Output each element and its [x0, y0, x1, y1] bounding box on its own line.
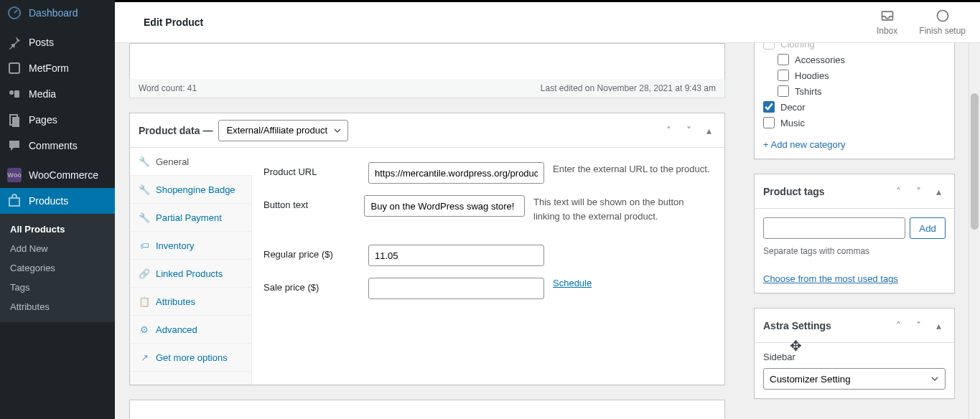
schedule-link[interactable]: Schedule	[553, 278, 592, 288]
toggle-panel-icon[interactable]: ▴	[701, 123, 716, 138]
tab-inventory[interactable]: 🏷Inventory	[130, 232, 251, 260]
svg-rect-6	[9, 198, 19, 206]
tab-linked-products[interactable]: 🔗Linked Products	[130, 260, 251, 288]
tab-shopengine-badge[interactable]: 🔧Shopengine Badge	[130, 176, 251, 204]
sidebar-label: Media	[29, 88, 56, 100]
category-checkbox[interactable]	[778, 54, 789, 65]
product-type-select[interactable]: External/Affiliate product	[218, 120, 348, 141]
svg-point-8	[937, 11, 948, 22]
category-checkbox[interactable]	[778, 85, 789, 97]
product-tags-box: Product tags ˄ ˅ ▴ Add Separate tags wit…	[754, 174, 955, 293]
toggle-panel-icon[interactable]: ▴	[931, 184, 946, 199]
sidebar-item-metform[interactable]: MetForm	[0, 55, 115, 81]
tab-advanced[interactable]: ⚙Advanced	[130, 316, 251, 344]
category-item[interactable]: Clothing	[763, 43, 946, 52]
move-down-icon[interactable]: ˅	[681, 123, 696, 138]
sale-price-input[interactable]	[368, 278, 544, 299]
editor-footer: Word count: 41 Last edited on November 2…	[129, 79, 725, 98]
move-up-icon[interactable]: ˄	[891, 319, 905, 333]
tag-input[interactable]	[763, 217, 905, 239]
sidebar-item-pages[interactable]: Pages	[0, 107, 115, 133]
pin-icon	[7, 35, 22, 50]
category-checkbox[interactable]	[763, 117, 775, 128]
external-icon: ↗	[139, 352, 150, 363]
move-down-icon[interactable]: ˅	[911, 319, 925, 333]
product-data-panel: Product URL Enter the external URL to th…	[252, 148, 724, 385]
word-count: Word count: 41	[139, 83, 197, 93]
inbox-button[interactable]: Inbox	[877, 9, 897, 36]
submenu-categories[interactable]: Categories	[0, 258, 115, 278]
sidebar-item-woocommerce[interactable]: Woo WooCommerce	[0, 162, 115, 188]
category-label: Clothing	[780, 43, 815, 50]
tab-general[interactable]: 🔧General	[130, 148, 252, 176]
category-item[interactable]: Music	[763, 115, 946, 131]
category-item[interactable]: Decor	[763, 99, 946, 115]
toggle-panel-icon[interactable]: ▴	[931, 319, 946, 333]
submenu-add-new[interactable]: Add New	[0, 239, 115, 258]
admin-sidebar: Dashboard Posts MetForm Media Pages Comm…	[0, 0, 115, 419]
add-category-link[interactable]: + Add new category	[755, 136, 954, 159]
button-text-input[interactable]	[364, 195, 525, 217]
category-item[interactable]: Tshirts	[763, 83, 946, 99]
tab-partial-payment[interactable]: 🔧Partial Payment	[130, 204, 251, 232]
svg-rect-3	[14, 90, 19, 98]
sidebar-item-comments[interactable]: Comments	[0, 133, 115, 159]
submenu-all-products[interactable]: All Products	[0, 220, 115, 239]
wrench-icon: 🔧	[139, 212, 150, 223]
move-down-icon[interactable]: ˅	[911, 184, 925, 199]
main-content: Word count: 41 Last edited on November 2…	[115, 43, 739, 419]
category-label: Decor	[780, 102, 806, 113]
choose-tags-link[interactable]: Choose from the most used tags	[763, 273, 946, 284]
product-data-header: Product data — External/Affiliate produc…	[130, 113, 724, 148]
editor-body-visible	[129, 43, 725, 79]
tab-attributes[interactable]: 📋Attributes	[130, 288, 251, 316]
woocommerce-icon: Woo	[7, 168, 22, 182]
sidebar-label: WooCommerce	[29, 169, 98, 181]
submenu-attributes[interactable]: Attributes	[0, 297, 115, 316]
dashboard-icon	[7, 6, 22, 20]
submenu-tags[interactable]: Tags	[0, 278, 115, 297]
tags-heading: Product tags	[763, 186, 825, 197]
sidebar-item-dashboard[interactable]: Dashboard	[0, 0, 115, 26]
finish-setup-button[interactable]: Finish setup	[919, 9, 966, 36]
category-item[interactable]: Accessories	[763, 52, 946, 67]
regular-price-input[interactable]	[368, 245, 544, 266]
astra-sidebar-label: Sidebar	[763, 352, 946, 362]
sidebar-label: MetForm	[29, 62, 69, 74]
product-url-desc: Enter the external URL to the product.	[553, 162, 709, 176]
media-icon	[7, 87, 22, 101]
astra-sidebar-select[interactable]: Customizer Setting	[763, 368, 946, 390]
sidebar-item-products[interactable]: Products	[0, 188, 115, 214]
category-checkbox[interactable]	[778, 70, 789, 81]
sidebar-item-media[interactable]: Media	[0, 81, 115, 107]
move-up-icon[interactable]: ˄	[661, 123, 676, 138]
button-text-label: Button text	[263, 195, 353, 210]
product-data-box: Product data — External/Affiliate produc…	[129, 113, 725, 385]
product-url-label: Product URL	[263, 162, 357, 177]
category-checkbox[interactable]	[763, 43, 775, 50]
sidebar-label: Products	[29, 195, 68, 207]
product-data-tabs: 🔧General 🔧Shopengine Badge 🔧Partial Paym…	[130, 148, 252, 385]
wrench-icon: 🔧	[139, 156, 150, 167]
metform-icon	[7, 61, 22, 75]
category-item[interactable]: Hoodies	[763, 67, 946, 83]
sidebar-label: Dashboard	[29, 7, 78, 19]
tab-get-more[interactable]: ↗Get more options	[130, 344, 251, 372]
wrench-icon: 🔧	[139, 184, 150, 195]
category-box: ClothingAccessoriesHoodiesTshirtsDecorMu…	[754, 43, 955, 159]
move-up-icon[interactable]: ˄	[891, 184, 905, 199]
product-url-input[interactable]	[368, 162, 544, 184]
link-icon: 🔗	[139, 268, 150, 279]
last-edited: Last edited on November 28, 2021 at 9:43…	[541, 83, 716, 93]
category-label: Music	[780, 118, 805, 128]
pages-icon	[7, 113, 22, 127]
category-checkbox[interactable]	[763, 101, 775, 113]
scrollbar[interactable]	[969, 43, 980, 419]
sidebar-item-posts[interactable]: Posts	[0, 29, 115, 55]
scroll-thumb[interactable]	[971, 93, 979, 230]
add-tag-button[interactable]: Add	[910, 217, 946, 239]
topbar: Edit Product Inbox Finish setup	[115, 0, 980, 43]
astra-settings-box: Astra Settings ˄ ˅ ▴ Sidebar Customizer …	[754, 308, 955, 399]
inbox-label: Inbox	[877, 26, 897, 36]
tag-help: Separate tags with commas	[763, 246, 946, 256]
